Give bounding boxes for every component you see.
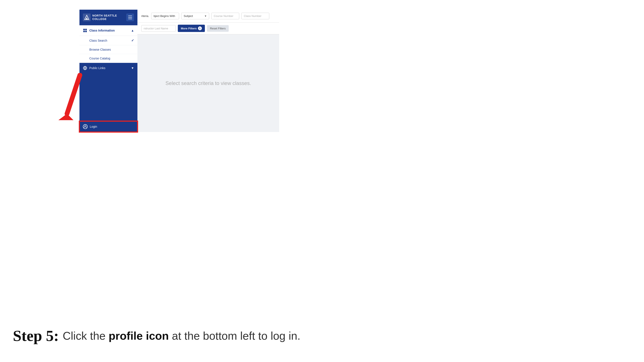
step-text: Click the profile icon at the bottom lef… bbox=[63, 329, 300, 343]
step-number: Step 5: bbox=[13, 327, 59, 345]
instructor-last-name-placeholder: rstructor Last Name bbox=[144, 27, 168, 30]
svg-rect-5 bbox=[83, 31, 85, 32]
subject-begins-with-label: bject Begins With bbox=[154, 14, 175, 17]
nav-section-class-information: Class Information ▲ Class Search ✓ Brows… bbox=[80, 25, 138, 63]
app-area: NORTH SEATTLE COLLEGE bbox=[80, 10, 279, 132]
svg-marker-14 bbox=[58, 114, 74, 120]
subject-dropdown[interactable]: Subject ▼ bbox=[181, 13, 209, 19]
sidebar: NORTH SEATTLE COLLEGE bbox=[80, 10, 138, 132]
filter-count-badge: 1 bbox=[198, 26, 202, 30]
step-text-before: Click the bbox=[63, 330, 109, 342]
logo-text: NORTH SEATTLE COLLEGE bbox=[92, 14, 117, 20]
sidebar-item-class-search[interactable]: Class Search ✓ bbox=[80, 36, 138, 45]
sidebar-item-course-catalog[interactable]: Course Catalog bbox=[80, 54, 138, 63]
more-filters-button[interactable]: More Filters 1 bbox=[178, 25, 205, 32]
reset-filters-label: Reset Filters bbox=[210, 27, 226, 30]
main-content: riteria. bject Begins With Subject ▼ Cou… bbox=[138, 10, 279, 132]
course-number-input[interactable]: Course Number bbox=[211, 13, 239, 19]
subject-begins-with-dropdown[interactable]: bject Begins With bbox=[151, 13, 179, 19]
step-text-after: at the bottom left to log in. bbox=[169, 330, 300, 342]
class-number-placeholder: Class Number bbox=[244, 14, 261, 17]
sidebar-item-browse-classes[interactable]: Browse Classes bbox=[80, 45, 138, 54]
globe-icon bbox=[83, 66, 87, 70]
hamburger-button[interactable] bbox=[126, 13, 134, 21]
hamburger-line-1 bbox=[128, 16, 132, 16]
class-information-chevron-icon: ▲ bbox=[131, 29, 134, 32]
class-information-header[interactable]: Class Information ▲ bbox=[80, 25, 138, 36]
course-catalog-label: Course Catalog bbox=[89, 57, 110, 60]
public-links-header[interactable]: Public Links ▼ bbox=[80, 63, 138, 73]
step-text-bold: profile icon bbox=[109, 330, 169, 342]
class-search-checkmark-icon: ✓ bbox=[131, 38, 134, 42]
criteria-text: riteria. bbox=[141, 14, 149, 17]
svg-rect-6 bbox=[85, 31, 87, 32]
svg-rect-3 bbox=[83, 29, 85, 30]
north-seattle-logo-icon bbox=[83, 13, 90, 21]
instructor-last-name-input[interactable]: rstructor Last Name bbox=[141, 25, 176, 32]
class-number-input[interactable]: Class Number bbox=[241, 13, 269, 19]
step-instruction: Step 5: Click the profile icon at the bo… bbox=[13, 327, 300, 345]
hamburger-line-2 bbox=[128, 17, 132, 17]
class-information-sub-items: Class Search ✓ Browse Classes Course Cat… bbox=[80, 36, 138, 63]
browse-classes-label: Browse Classes bbox=[89, 48, 111, 51]
more-filters-label: More Filters bbox=[181, 27, 197, 30]
empty-state-message: Select search criteria to view classes. bbox=[166, 80, 251, 86]
logo-area: NORTH SEATTLE COLLEGE bbox=[83, 13, 117, 21]
course-number-placeholder: Course Number bbox=[214, 14, 234, 17]
login-highlight-box bbox=[79, 121, 138, 133]
empty-state: Select search criteria to view classes. bbox=[138, 34, 279, 132]
class-information-label: Class Information bbox=[89, 29, 115, 32]
subject-label: Subject bbox=[184, 14, 193, 17]
reset-filters-button[interactable]: Reset Filters bbox=[207, 25, 229, 32]
svg-rect-4 bbox=[85, 29, 87, 30]
public-links-chevron-icon: ▼ bbox=[131, 66, 134, 70]
public-links-left: Public Links bbox=[83, 66, 106, 70]
search-bar-row2: rstructor Last Name More Filters 1 Reset… bbox=[138, 22, 279, 34]
search-bar-row1: riteria. bject Begins With Subject ▼ Cou… bbox=[138, 10, 279, 22]
hamburger-line-3 bbox=[128, 19, 132, 19]
sidebar-nav: Class Information ▲ Class Search ✓ Brows… bbox=[80, 25, 138, 121]
class-information-icon bbox=[83, 28, 87, 33]
login-profile-icon bbox=[83, 124, 88, 129]
class-search-label: Class Search bbox=[89, 39, 107, 42]
login-label: Login bbox=[90, 125, 97, 128]
public-links-label: Public Links bbox=[89, 66, 106, 70]
page-wrapper: NORTH SEATTLE COLLEGE bbox=[0, 0, 644, 362]
login-button[interactable]: Login bbox=[80, 121, 138, 132]
svg-line-13 bbox=[67, 75, 80, 114]
nav-section-public-links: Public Links ▼ bbox=[80, 63, 138, 73]
subject-chevron-icon: ▼ bbox=[204, 14, 207, 17]
sidebar-header: NORTH SEATTLE COLLEGE bbox=[80, 10, 138, 25]
class-information-header-left: Class Information bbox=[83, 28, 115, 33]
